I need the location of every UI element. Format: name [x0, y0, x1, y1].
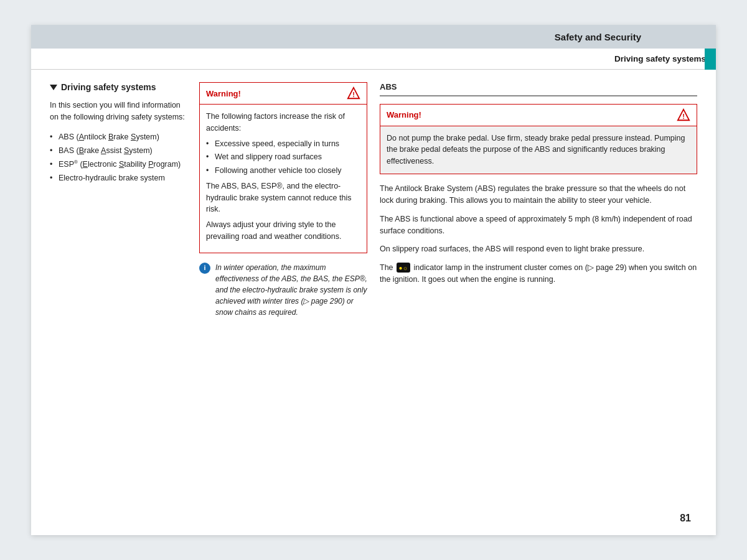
right-warning-header: Warning! ! — [380, 105, 697, 126]
abs-para4-after: indicator lamp in the instrument cluster… — [380, 263, 697, 284]
section-heading: Driving safety systems — [50, 82, 187, 92]
svg-text:!: ! — [352, 91, 355, 98]
middle-warning-header: Warning! ! — [200, 83, 367, 105]
main-title: Safety and Security — [555, 32, 641, 42]
abs-para2: The ABS is functional above a speed of a… — [380, 213, 697, 238]
warning-intro: The following factors increase the risk … — [206, 111, 360, 134]
middle-warning-triangle-icon: ! — [347, 86, 360, 100]
right-warning-triangle-icon: ! — [677, 108, 690, 122]
abs-title: ABS — [380, 82, 697, 91]
warning-para2: Always adjust your driving style to the … — [206, 219, 360, 243]
right-warning-label: Warning! — [387, 110, 421, 119]
right-warning-box: Warning! ! Do not pump the brake pedal. … — [380, 104, 697, 174]
sub-title: Driving safety systems — [614, 54, 716, 63]
right-column: ABS Warning! ! Do not pump the brake ped… — [380, 82, 697, 499]
right-warning-body: Do not pump the brake pedal. Use firm, s… — [380, 126, 697, 174]
list-item-abs: ABS (Antilock Brake System) — [50, 131, 187, 143]
warning-bullet-3: Following another vehicle too closely — [206, 165, 360, 177]
abs-heading: ABS — [380, 82, 697, 96]
abs-para3: On slippery road surfaces, the ABS will … — [380, 243, 697, 255]
abs-divider — [380, 95, 697, 96]
warning-para1: The ABS, BAS, ESP®, and the electro-hydr… — [206, 180, 360, 215]
section-heading-text: Driving safety systems — [61, 82, 156, 92]
list-item-bas: BAS (Brake Assist System) — [50, 144, 187, 157]
middle-warning-body: The following factors increase the risk … — [200, 105, 367, 253]
page-number: 81 — [680, 513, 691, 524]
abs-para1: The Antilock Brake System (ABS) regulate… — [380, 183, 697, 207]
section-intro: In this section you will find informatio… — [50, 100, 187, 123]
triangle-icon — [50, 85, 57, 90]
abs-para4-before: The — [380, 263, 393, 272]
warning-bullet-2: Wet and slippery road surfaces — [206, 151, 360, 163]
left-column: Driving safety systems In this section y… — [50, 82, 187, 499]
middle-column: Warning! ! The following factors increas… — [199, 82, 367, 499]
warning-bullets: Excessive speed, especially in turns Wet… — [206, 138, 360, 177]
system-list: ABS (Antilock Brake System) BAS (Brake A… — [50, 131, 187, 184]
info-icon: i — [199, 263, 210, 274]
list-item-electro: Electro-hydraulic brake system — [50, 172, 187, 184]
svg-text:!: ! — [682, 112, 685, 119]
teal-section-tab — [705, 49, 716, 70]
abs-lamp-icon: ●☼ — [397, 263, 410, 273]
middle-warning-label: Warning! — [206, 89, 241, 98]
warning-bullet-1: Excessive speed, especially in turns — [206, 138, 360, 150]
info-text: In winter operation, the maximum effecti… — [215, 262, 367, 318]
list-item-esp: ESP® (Electronic Stability Program) — [50, 158, 187, 170]
abs-para4: The ●☼ indicator lamp in the instrument … — [380, 262, 697, 286]
info-box: i In winter operation, the maximum effec… — [199, 262, 367, 318]
middle-warning-box: Warning! ! The following factors increas… — [199, 82, 367, 253]
right-warning-text: Do not pump the brake pedal. Use firm, s… — [387, 133, 690, 167]
